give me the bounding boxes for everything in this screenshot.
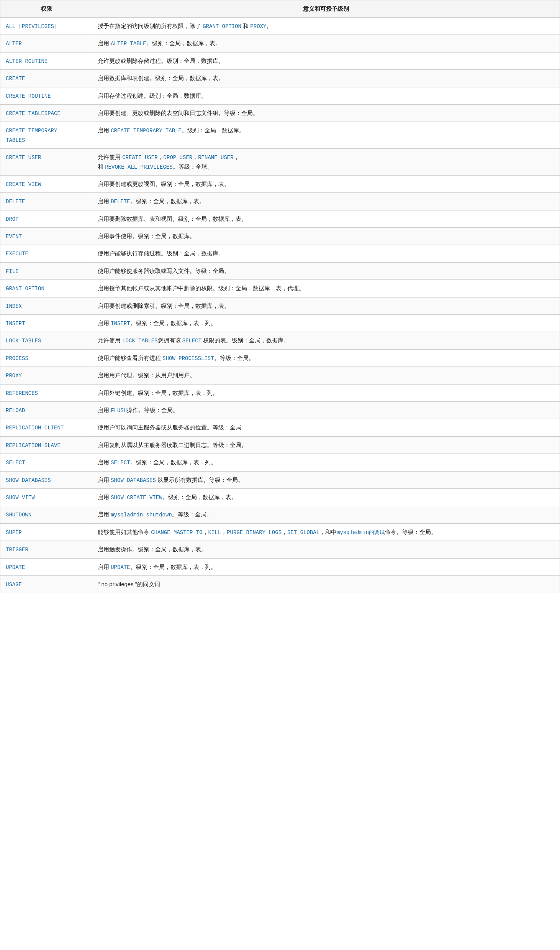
privilege-name-cell: INDEX — [0, 297, 92, 314]
privilege-name: USAGE — [6, 582, 22, 588]
privilege-name: TABLES — [6, 137, 25, 143]
privilege-name: DROP — [6, 216, 19, 222]
table-row: FILE使用户能够使服务器读取或写入文件。等级：全局。 — [0, 262, 560, 279]
privilege-name: CREATE TABLESPACE — [6, 110, 61, 117]
privilege-name: EXECUTE — [6, 251, 28, 257]
privilege-name-cell: PROXY — [0, 367, 92, 384]
privilege-name: LOCK TABLES — [6, 338, 41, 344]
privilege-desc-cell: 启用数据库和表创建。级别：全局，数据库，表。 — [92, 70, 560, 87]
privilege-desc-cell: 启用用户代理。级别：从用户到用户。 — [92, 367, 560, 384]
privilege-name-cell: SUPER — [0, 523, 92, 541]
inline-code: SELECT — [182, 338, 201, 344]
privilege-desc-cell: 使用户能够使服务器读取或写入文件。等级：全局。 — [92, 262, 560, 279]
privilege-name: ALL [PRIVILEGES] — [6, 23, 57, 30]
privilege-name: DELETE — [6, 199, 25, 205]
privilege-name: RELOAD — [6, 408, 25, 414]
col-header-meaning: 意义和可授予级别 — [92, 0, 560, 18]
privilege-desc-cell: 启用 DELETE。级别：全局，数据库，表。 — [92, 193, 560, 210]
privilege-name: ALTER ROUTINE — [6, 58, 47, 64]
privilege-name-cell: FILE — [0, 262, 92, 279]
privilege-desc-cell: 启用 CREATE TEMPORARY TABLE。级别：全局，数据库。 — [92, 122, 560, 149]
privilege-name-cell: SHUTDOWN — [0, 506, 92, 523]
table-row: LOCK TABLES允许使用 LOCK TABLES您拥有该 SELECT 权… — [0, 332, 560, 349]
privilege-name-cell: USAGE — [0, 575, 92, 593]
privilege-name-cell: PROCESS — [0, 349, 92, 367]
privilege-desc-cell: 启用 UPDATE。级别：全局，数据库，表，列。 — [92, 558, 560, 575]
table-row: CREATE ROUTINE启用存储过程创建。级别：全局，数据库。 — [0, 87, 560, 104]
privilege-desc-cell: 使用户可以询问主服务器或从服务器的位置。等级：全局。 — [92, 419, 560, 436]
privilege-name: CREATE TEMPORARY — [6, 128, 57, 134]
inline-code: DELETE — [111, 199, 130, 205]
privilege-desc-cell: 启用 SELECT。级别：全局，数据库，表，列。 — [92, 454, 560, 471]
table-row: INDEX启用要创建或删除索引。级别：全局，数据库，表。 — [0, 297, 560, 314]
privilege-desc-cell: 启用 INSERT。级别：全局，数据库，表，列。 — [92, 315, 560, 332]
privilege-name-cell: SHOW DATABASES — [0, 471, 92, 488]
table-row: UPDATE启用 UPDATE。级别：全局，数据库，表，列。 — [0, 558, 560, 575]
table-row: INSERT启用 INSERT。级别：全局，数据库，表，列。 — [0, 315, 560, 332]
privilege-name-cell: INSERT — [0, 315, 92, 332]
inline-code: PURGE BINARY LOGS — [227, 529, 282, 536]
inline-code: UPDATE — [111, 564, 130, 570]
privilege-desc-cell: 启用授予其他帐户或从其他帐户中删除的权限。级别：全局，数据库，表，代理。 — [92, 280, 560, 297]
privilege-name-cell: ALL [PRIVILEGES] — [0, 18, 92, 35]
privilege-desc-cell: 启用 SHOW DATABASES 以显示所有数据库。等级：全局。 — [92, 471, 560, 488]
table-row: GRANT OPTION启用授予其他帐户或从其他帐户中删除的权限。级别：全局，数… — [0, 280, 560, 297]
inline-code: CHANGE MASTER TO — [151, 529, 202, 536]
privilege-name-cell: CREATE TEMPORARYTABLES — [0, 122, 92, 149]
table-row: DROP启用要删除数据库、表和视图。级别：全局，数据库，表。 — [0, 210, 560, 227]
privilege-desc-cell: 使用户能够查看所有进程 SHOW PROCESSLIST。等级：全局。 — [92, 349, 560, 367]
table-row: SHUTDOWN启用 mysqladmin shutdown。等级：全局。 — [0, 506, 560, 523]
privileges-table: 权限 意义和可授予级别 ALL [PRIVILEGES]授予在指定的访问级别的所… — [0, 0, 560, 593]
privilege-name: INDEX — [6, 303, 22, 309]
inline-code: SELECT — [111, 460, 130, 466]
privilege-name-cell: EXECUTE — [0, 245, 92, 262]
privilege-desc-cell: 启用要创建、更改或删除的表空间和日志文件组。等级：全局。 — [92, 104, 560, 122]
privilege-desc-cell: 能够使用如其他命令 CHANGE MASTER TO，KILL，PURGE BI… — [92, 523, 560, 541]
table-row: USAGE" no privileges "的同义词 — [0, 575, 560, 593]
inline-code: PROXY — [250, 23, 266, 30]
table-header-row: 权限 意义和可授予级别 — [0, 0, 560, 18]
privilege-name-cell: LOCK TABLES — [0, 332, 92, 349]
inline-code: SET GLOBAL — [287, 529, 319, 536]
privilege-name: REFERENCES — [6, 390, 38, 396]
privilege-name: INSERT — [6, 321, 25, 327]
privilege-desc-cell: 启用存储过程创建。级别：全局，数据库。 — [92, 87, 560, 104]
privilege-name: ALTER — [6, 41, 22, 47]
table-row: SHOW VIEW启用 SHOW CREATE VIEW。级别：全局，数据库，表… — [0, 488, 560, 506]
privilege-name-cell: REPLICATION CLIENT — [0, 419, 92, 436]
table-row: CREATE VIEW启用要创建或更改视图。级别：全局，数据库，表。 — [0, 175, 560, 192]
privilege-name-cell: CREATE VIEW — [0, 175, 92, 192]
privilege-name: CREATE USER — [6, 154, 41, 161]
table-row: DELETE启用 DELETE。级别：全局，数据库，表。 — [0, 193, 560, 210]
privilege-name: SUPER — [6, 529, 22, 536]
privilege-name: CREATE ROUTINE — [6, 93, 51, 99]
privilege-name-cell: CREATE — [0, 70, 92, 87]
table-row: SELECT启用 SELECT。级别：全局，数据库，表，列。 — [0, 454, 560, 471]
privilege-name-cell: RELOAD — [0, 401, 92, 419]
privilege-name-cell: CREATE TABLESPACE — [0, 104, 92, 122]
inline-code: REVOKE ALL PRIVILEGES — [105, 164, 172, 170]
privilege-desc-cell: 启用外键创建。级别：全局，数据库，表，列。 — [92, 384, 560, 401]
inline-code: LOCK TABLES — [122, 338, 157, 344]
privilege-name: REPLICATION SLAVE — [6, 442, 61, 449]
privilege-name: SHUTDOWN — [6, 512, 31, 518]
privilege-desc-cell: 启用 ALTER TABLE。级别：全局，数据库，表。 — [92, 35, 560, 52]
privilege-name-cell: UPDATE — [0, 558, 92, 575]
privilege-name: SELECT — [6, 460, 25, 466]
col-header-privilege: 权限 — [0, 0, 92, 18]
privilege-name-cell: SELECT — [0, 454, 92, 471]
privilege-desc-cell: 允许使用 CREATE USER，DROP USER，RENAME USER，和… — [92, 149, 560, 176]
table-row: CREATE启用数据库和表创建。级别：全局，数据库，表。 — [0, 70, 560, 87]
inline-code: ALTER TABLE — [111, 41, 146, 47]
privilege-desc-cell: 启用 SHOW CREATE VIEW。级别：全局，数据库，表。 — [92, 488, 560, 506]
privilege-name: TRIGGER — [6, 547, 28, 553]
table-row: ALTER启用 ALTER TABLE。级别：全局，数据库，表。 — [0, 35, 560, 52]
privilege-name: FILE — [6, 268, 19, 274]
privilege-name: EVENT — [6, 233, 22, 240]
privilege-name-cell: CREATE USER — [0, 149, 92, 176]
privilege-desc-cell: 允许更改或删除存储过程。级别：全局，数据库。 — [92, 52, 560, 69]
privilege-desc-cell: 允许使用 LOCK TABLES您拥有该 SELECT 权限的表。级别：全局，数… — [92, 332, 560, 349]
privilege-name-cell: REPLICATION SLAVE — [0, 436, 92, 454]
inline-code: CREATE USER — [122, 154, 157, 161]
privilege-desc-cell: 启用要创建或更改视图。级别：全局，数据库，表。 — [92, 175, 560, 192]
